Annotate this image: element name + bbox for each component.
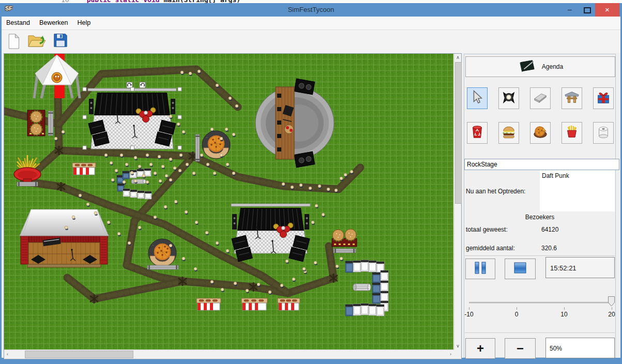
now-performing-label: Nu aan het Optreden: <box>466 188 525 195</box>
tool-toilet-paper-button[interactable] <box>593 122 614 144</box>
pause-button[interactable] <box>465 259 495 279</box>
entrance-gate-icon <box>564 89 580 107</box>
stage-name-input[interactable] <box>464 159 619 170</box>
hamburger-icon <box>501 124 517 142</box>
speed-slider-thumb[interactable] <box>608 296 615 307</box>
stop-icon <box>513 261 527 277</box>
app-screen: 10public static void main(String[] args)… <box>0 0 622 364</box>
horizontal-scrollbar-thumb[interactable] <box>25 351 133 358</box>
divider <box>465 255 615 256</box>
maximize-icon <box>584 7 591 13</box>
tool-select-cursor-button[interactable] <box>467 87 488 109</box>
gift-icon <box>596 89 611 107</box>
toolbar <box>2 30 620 53</box>
scroll-up-icon[interactable]: ∧ <box>454 54 461 61</box>
horizontal-scrollbar[interactable]: ‹ › <box>4 350 454 358</box>
clock-display: 15:52:21 <box>545 257 615 278</box>
zoom-out-button[interactable]: − <box>505 338 536 359</box>
slider-tick <box>612 307 612 310</box>
vertical-scrollbar[interactable]: ∧ ∨ <box>454 54 461 350</box>
visitors-average-label: gemiddeld aantal: <box>466 245 515 252</box>
save-file-button[interactable] <box>53 33 68 50</box>
tool-spotlight-button[interactable] <box>498 87 519 109</box>
close-button[interactable]: × <box>595 3 619 17</box>
toilet-paper-icon <box>596 124 611 142</box>
road-tile-icon <box>533 89 548 107</box>
zoom-level-field[interactable]: 50% <box>545 338 615 358</box>
slider-tick <box>564 307 565 310</box>
tool-road-tile-button[interactable] <box>530 87 551 109</box>
tool-row-2 <box>467 122 614 144</box>
tool-fries-button[interactable] <box>562 122 582 144</box>
title-bar[interactable]: SF SimFestTycoon – × <box>0 3 622 17</box>
slider-tick <box>517 307 517 310</box>
visitors-average-value: 320.6 <box>541 245 557 252</box>
window-title: SimFestTycoon <box>0 3 622 17</box>
slider-tick-label: 10 <box>555 311 573 318</box>
fries-icon <box>564 124 580 142</box>
control-sidebar: Agenda Nu aan het Optreden: Daft Punk Be… <box>464 54 616 358</box>
speed-slider-track[interactable] <box>469 302 614 304</box>
now-performing-value: Daft Punk <box>542 172 569 179</box>
tool-trash-bin-button[interactable] <box>467 122 488 144</box>
open-file-button[interactable] <box>27 33 47 51</box>
spotlight-icon <box>501 89 517 107</box>
scroll-right-icon[interactable]: › <box>447 351 454 358</box>
menu-item-help[interactable]: Help <box>72 17 95 29</box>
agenda-button[interactable]: Agenda <box>465 56 615 77</box>
slider-tick-label: 0 <box>507 311 526 318</box>
tool-hamburger-button[interactable] <box>498 122 519 144</box>
pizza-icon <box>533 124 548 142</box>
tool-row-1 <box>467 87 614 109</box>
scroll-down-icon[interactable]: ∨ <box>454 342 461 350</box>
select-cursor-icon <box>469 89 485 107</box>
slider-tick-label: 20 <box>602 311 621 318</box>
minimize-button[interactable]: – <box>562 3 578 17</box>
visitors-total-value: 64120 <box>541 226 558 233</box>
trash-bin-icon <box>469 124 485 142</box>
scroll-left-icon[interactable]: ‹ <box>4 351 11 358</box>
menu-bar: BestandBewerkenHelp <box>2 17 620 30</box>
stop-button[interactable] <box>505 259 536 279</box>
tool-gift-button[interactable] <box>593 87 614 109</box>
now-performing-box: Daft Punk <box>540 170 615 211</box>
slider-tick <box>469 307 469 310</box>
slider-tick-label: -10 <box>460 311 478 318</box>
visitors-total-label: totaal geweest: <box>466 226 508 233</box>
pause-icon <box>472 261 489 277</box>
tool-entrance-gate-button[interactable] <box>562 87 582 109</box>
menu-item-bewerken[interactable]: Bewerken <box>35 17 73 29</box>
vertical-scrollbar-thumb[interactable] <box>455 62 462 204</box>
menu-item-bestand[interactable]: Bestand <box>2 17 35 29</box>
agenda-book-icon <box>518 58 537 75</box>
agenda-label: Agenda <box>542 63 563 70</box>
tool-pizza-button[interactable] <box>530 122 551 144</box>
divider <box>465 332 615 333</box>
maximize-button[interactable] <box>580 3 595 17</box>
new-document-button[interactable] <box>6 33 21 52</box>
map-viewport: ∧ ∨ ‹ › <box>4 53 462 359</box>
zoom-in-button[interactable]: + <box>465 338 495 359</box>
visitors-header: Bezoekers <box>464 214 615 221</box>
festival-map[interactable] <box>4 54 453 350</box>
